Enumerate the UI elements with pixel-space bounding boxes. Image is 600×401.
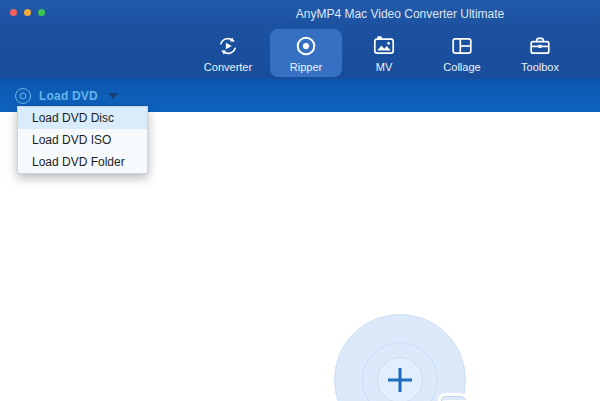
- tab-mv[interactable]: MV: [348, 29, 420, 77]
- menu-item-load-dvd-folder[interactable]: Load DVD Folder: [18, 151, 147, 173]
- maximize-window-button[interactable]: [38, 9, 45, 16]
- tv-picture-icon: [371, 33, 397, 59]
- plus-icon: [388, 368, 412, 392]
- close-window-button[interactable]: [10, 9, 17, 16]
- menu-item-load-dvd-iso[interactable]: Load DVD ISO: [18, 129, 147, 151]
- title-and-nav-bar: AnyMP4 Mac Video Converter Ultimate Conv…: [0, 0, 600, 79]
- chevron-down-icon: [108, 93, 118, 99]
- tab-label: Converter: [204, 61, 252, 73]
- load-dvd-label: Load DVD: [39, 89, 98, 103]
- app-window: AnyMP4 Mac Video Converter Ultimate Conv…: [0, 0, 600, 401]
- tab-label: MV: [376, 61, 393, 73]
- folder-tab-shape: [441, 396, 467, 401]
- traffic-lights: [10, 9, 45, 16]
- disc-record-icon: [293, 33, 319, 59]
- folder-icon: [441, 396, 496, 401]
- window-title: AnyMP4 Mac Video Converter Ultimate: [296, 7, 505, 21]
- convert-cycle-play-icon: [215, 33, 241, 59]
- tab-label: Toolbox: [521, 61, 559, 73]
- tab-ripper[interactable]: Ripper: [270, 29, 342, 77]
- tab-label: Ripper: [290, 61, 322, 73]
- dvd-disc-icon: [15, 88, 31, 104]
- dvd-disc-large-icon[interactable]: [334, 314, 466, 401]
- collage-grid-icon: [449, 33, 475, 59]
- toolbox-case-icon: [527, 33, 553, 59]
- tab-label: Collage: [443, 61, 480, 73]
- load-dvd-dropdown-menu: Load DVD Disc Load DVD ISO Load DVD Fold…: [17, 106, 148, 174]
- tab-converter[interactable]: Converter: [192, 29, 264, 77]
- tab-toolbox[interactable]: Toolbox: [504, 29, 576, 77]
- tab-collage[interactable]: Collage: [426, 29, 498, 77]
- minimize-window-button[interactable]: [24, 9, 31, 16]
- menu-item-load-dvd-disc[interactable]: Load DVD Disc: [18, 107, 147, 129]
- main-nav-tabs: Converter Ripper MV: [192, 29, 576, 77]
